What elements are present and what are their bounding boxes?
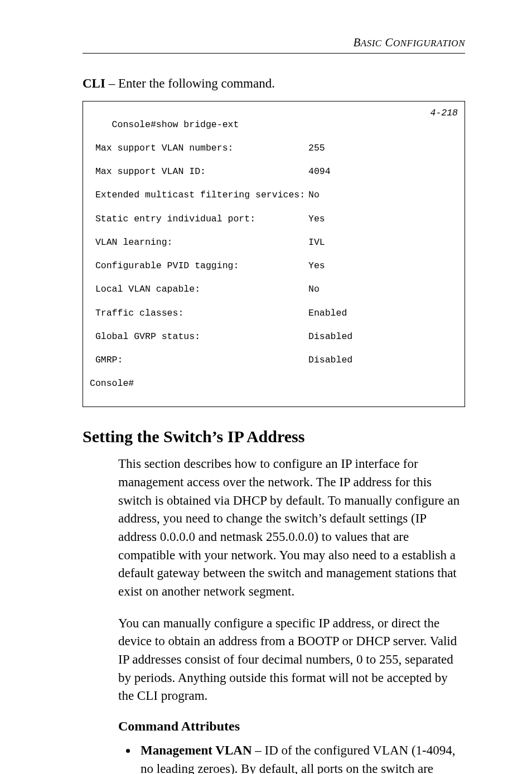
attr-term: Management VLAN	[141, 743, 252, 757]
section-title: Setting the Switch’s IP Address	[83, 427, 465, 446]
console-key: Extended multicast filtering services:	[90, 189, 308, 201]
body-paragraph: You can manually configure a specific IP…	[118, 615, 465, 705]
attribute-list: Management VLAN – ID of the configured V…	[118, 742, 465, 774]
console-val: IVL	[308, 236, 458, 248]
console-val: Disabled	[308, 354, 458, 366]
console-prompt: Console#	[90, 378, 134, 389]
console-row: Max support VLAN ID:4094	[90, 166, 458, 177]
console-val: Disabled	[308, 331, 458, 342]
console-row: Traffic classes:Enabled	[90, 307, 458, 319]
console-val: 4094	[308, 166, 458, 177]
console-val: 255	[308, 142, 458, 154]
console-val: Yes	[308, 213, 458, 225]
console-cmd: Console#show bridge-ext	[112, 119, 239, 130]
console-row: Global GVRP status:Disabled	[90, 331, 458, 342]
console-key: Local VLAN capable:	[90, 283, 308, 295]
console-key: GMRP:	[90, 354, 308, 366]
console-row: Static entry individual port:Yes	[90, 213, 458, 225]
console-key: Configurable PVID tagging:	[90, 260, 308, 272]
console-val: No	[308, 189, 458, 201]
subsection-title: Command Attributes	[118, 719, 465, 734]
header-rule	[83, 53, 465, 54]
page: BASIC CONFIGURATION CLI – Enter the foll…	[0, 0, 532, 774]
console-row: Extended multicast filtering services:No	[90, 189, 458, 201]
lead-rest: – Enter the following command.	[105, 76, 275, 90]
console-key: Max support VLAN numbers:	[90, 142, 308, 154]
console-row: VLAN learning:IVL	[90, 236, 458, 248]
running-head: BASIC CONFIGURATION	[83, 36, 465, 50]
list-item: Management VLAN – ID of the configured V…	[137, 742, 465, 774]
console-key: VLAN learning:	[90, 236, 308, 248]
console-val: Enabled	[308, 307, 458, 319]
console-output: Console#show bridge-ext 4-218 Max suppor…	[83, 101, 465, 408]
console-val: Yes	[308, 260, 458, 272]
cli-label: CLI	[83, 76, 105, 90]
lead-sentence: CLI – Enter the following command.	[83, 75, 465, 93]
running-head-text: BASIC CONFIGURATION	[353, 36, 465, 49]
console-row: Configurable PVID tagging:Yes	[90, 260, 458, 272]
console-key: Global GVRP status:	[90, 331, 308, 342]
body-paragraph: This section describes how to configure …	[118, 455, 465, 601]
console-row: Local VLAN capable:No	[90, 283, 458, 295]
console-ref: 4-218	[430, 107, 458, 119]
console-val: No	[308, 283, 458, 295]
console-key: Static entry individual port:	[90, 213, 308, 225]
console-row: GMRP:Disabled	[90, 354, 458, 366]
console-row: Max support VLAN numbers:255	[90, 142, 458, 154]
console-key: Traffic classes:	[90, 307, 308, 319]
console-key: Max support VLAN ID:	[90, 166, 308, 177]
